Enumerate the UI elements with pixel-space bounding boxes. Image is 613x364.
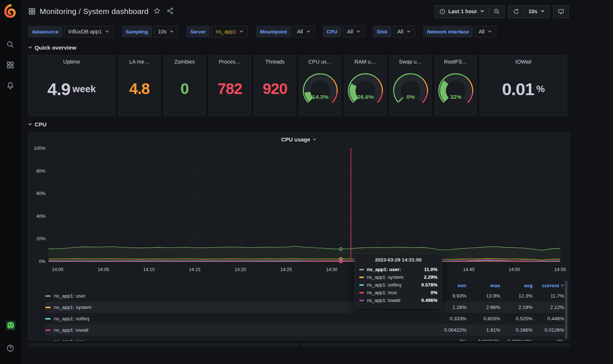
refresh-icon	[513, 8, 519, 15]
variable-datasource: datasourceInfluxDB app1	[28, 26, 113, 37]
legend-scrollbar[interactable]	[565, 281, 567, 339]
series-color-dash	[45, 307, 51, 308]
svg-text:60%: 60%	[36, 191, 46, 196]
refresh-button[interactable]	[508, 5, 524, 18]
page-title: Monitoring / System dashboard	[40, 7, 148, 16]
share-icon[interactable]	[165, 7, 175, 16]
variable-value-select[interactable]: All	[393, 26, 415, 37]
variable-sampling: Sampling10s	[122, 26, 178, 37]
variable-label: CPU	[323, 26, 342, 37]
legend-series-toggle[interactable]: ns_app1: iowait	[45, 327, 433, 333]
template-variables-row: datasourceInfluxDB app1Sampling10sServer…	[28, 24, 613, 40]
chevron-down-icon	[313, 137, 317, 141]
variable-value-select[interactable]: ns_app1	[211, 26, 248, 37]
legend-header: minmaxavgcurrent	[45, 281, 564, 290]
gauge: 32%	[436, 72, 476, 108]
section-cpu[interactable]: CPU	[28, 121, 613, 128]
stat-value: 0	[180, 65, 188, 116]
stat-panel-uptime: Uptime4.9week	[28, 55, 115, 116]
cpu-usage-chart[interactable]: 0%20%40%60%80%100%14:0014:0514:1014:1514…	[28, 144, 569, 281]
legend-row: ns_app1: iowait0.00422%1.61%0.166%0.0126…	[45, 324, 564, 336]
variable-label: Sampling	[122, 26, 152, 37]
legend-sort-current[interactable]: current	[533, 283, 564, 288]
grafana-logo-icon[interactable]	[4, 4, 18, 18]
stat-value: 4.8	[129, 65, 149, 116]
refresh-interval-picker[interactable]: 10s	[524, 5, 549, 18]
variable-label: Network interface	[423, 26, 473, 37]
svg-text:26.6%: 26.6%	[357, 94, 374, 100]
section-quick-overview[interactable]: Quick overview	[28, 44, 613, 51]
variable-label: Mountpoint	[256, 26, 291, 37]
cpu-usage-panel-title[interactable]: CPU usage	[28, 134, 569, 144]
svg-text:40%: 40%	[36, 214, 46, 219]
variable-cpu: CPUAll	[323, 26, 365, 37]
chevron-down-icon	[540, 8, 545, 14]
chevron-down-icon	[356, 29, 360, 35]
stat-panel-title[interactable]: CPU us…	[308, 59, 332, 65]
stat-panel-title[interactable]: IOWait	[515, 59, 531, 65]
variable-value-select[interactable]: All	[343, 26, 365, 37]
variable-value-select[interactable]: 10s	[154, 26, 178, 37]
legend-row: ns_app1: system1.28%2.66%2.19%2.12%	[45, 302, 564, 313]
chevron-down-icon	[105, 29, 109, 35]
stat-panel-iowait: IOWait0.01%	[480, 55, 567, 116]
stat-panel-title[interactable]: Threads	[265, 59, 285, 65]
stat-panel-title[interactable]: RootFS…	[444, 59, 468, 65]
legend-row: ns_app1: nice0%0.00252%0.000142%0%	[45, 336, 564, 341]
chevron-down-icon	[28, 121, 32, 128]
stat-panel-lame: LA me…4.8	[118, 55, 161, 116]
stat-panel-cpuus: CPU us…14.3%	[299, 55, 341, 116]
svg-text:14:00: 14:00	[52, 267, 63, 272]
variable-label: Server	[186, 26, 210, 37]
legend-sort-avg[interactable]: avg	[500, 283, 533, 288]
series-color-dash	[45, 318, 51, 320]
legend-series-toggle[interactable]: ns_app1: system	[45, 304, 433, 310]
stat-value: 782	[217, 65, 242, 116]
stat-panel-title[interactable]: LA me…	[129, 59, 150, 65]
gauge: 14.3%	[300, 72, 340, 108]
stat-panel-proces: Proces…782	[209, 55, 251, 116]
svg-text:14:50: 14:50	[509, 267, 520, 272]
kiosk-mode-button[interactable]	[553, 5, 569, 18]
variable-value-select[interactable]: All	[292, 26, 314, 37]
search-icon[interactable]	[6, 40, 15, 49]
svg-text:14:05: 14:05	[98, 267, 109, 272]
legend-series-toggle[interactable]: ns_app1: softirq	[45, 316, 433, 321]
stat-panel-title[interactable]: Zombies	[174, 59, 195, 65]
stat-value: 0.01%	[502, 65, 545, 116]
stat-panel-title[interactable]: RAM u…	[354, 59, 376, 65]
zoom-out-button[interactable]	[489, 5, 505, 18]
svg-text:14.3%: 14.3%	[312, 94, 328, 100]
gauge: 26.6%	[345, 72, 386, 108]
chevron-down-icon	[28, 44, 32, 51]
stat-panel-title[interactable]: Proces…	[219, 59, 241, 65]
time-range-picker[interactable]: Last 1 hour	[434, 5, 489, 18]
legend-sort-min[interactable]: min	[433, 283, 466, 288]
stat-panel-title[interactable]: Swap u…	[399, 59, 422, 65]
dashboards-grid-icon[interactable]	[6, 61, 15, 70]
legend-series-toggle[interactable]: ns_app1: user	[45, 293, 433, 299]
star-icon[interactable]	[152, 7, 162, 16]
svg-text:14:10: 14:10	[143, 267, 155, 272]
svg-text:0%: 0%	[406, 94, 415, 100]
svg-text:14:55: 14:55	[554, 267, 566, 272]
legend-series-toggle[interactable]: ns_app1: nice	[45, 339, 433, 341]
cpu-usage-panel: CPU usage 0%20%40%60%80%100%14:0014:0514…	[28, 132, 570, 340]
variable-label: Disk	[373, 26, 392, 37]
stat-panel-title[interactable]: Uptime	[63, 59, 80, 65]
stat-value: 920	[263, 65, 287, 116]
chevron-down-icon	[170, 29, 174, 35]
user-avatar[interactable]	[6, 321, 15, 330]
legend-row: ns_app1: user9.93%13.9%12.3%11.7%	[45, 290, 564, 302]
variable-value-select[interactable]: InfluxDB app1	[64, 26, 113, 37]
alerting-bell-icon[interactable]	[6, 82, 15, 90]
help-question-icon[interactable]	[6, 344, 15, 353]
variable-value-select[interactable]: All	[474, 26, 496, 37]
stat-value: 4.9week	[47, 65, 96, 116]
series-color-dash	[45, 295, 51, 297]
quick-overview-panels: Uptime4.9weekLA me…4.8Zombies0Proces…782…	[28, 55, 570, 116]
legend-sort-max[interactable]: max	[466, 283, 500, 288]
svg-text:32%: 32%	[450, 94, 461, 100]
variable-server: Serverns_app1	[186, 26, 248, 37]
svg-text:14:15: 14:15	[189, 267, 200, 272]
